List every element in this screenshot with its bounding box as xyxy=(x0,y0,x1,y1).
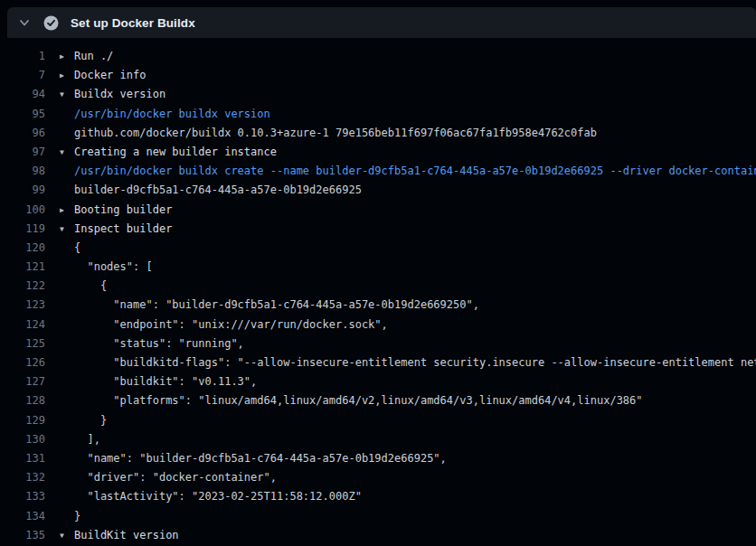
chevron-down-icon[interactable] xyxy=(18,16,31,29)
line-text: "platforms": "linux/amd64,linux/amd64/v2… xyxy=(74,391,756,410)
log-line: 121 "nodes": [ xyxy=(0,258,756,277)
log-line: 125 "status": "running", xyxy=(0,334,756,353)
log-line: 122 { xyxy=(0,277,756,296)
line-text: Creating a new builder instance xyxy=(74,143,756,162)
line-number[interactable]: 123 xyxy=(0,296,45,315)
line-text: "buildkit": "v0.11.3", xyxy=(74,372,756,391)
step-header[interactable]: Set up Docker Buildx xyxy=(7,7,756,38)
line-number[interactable]: 7 xyxy=(0,66,45,85)
line-number[interactable]: 122 xyxy=(0,277,45,296)
line-number[interactable]: 1 xyxy=(0,47,45,66)
group-expand-icon: ▶ xyxy=(60,66,74,85)
line-number[interactable]: 125 xyxy=(0,334,45,353)
line-number[interactable]: 134 xyxy=(0,507,45,526)
log-line: 95 /usr/bin/docker buildx version xyxy=(0,105,756,124)
group-toggle-icon xyxy=(60,487,74,506)
line-number[interactable]: 135 xyxy=(0,526,45,545)
line-text: } xyxy=(74,411,756,430)
group-toggle-icon xyxy=(60,181,74,200)
log-line: 127 "buildkit": "v0.11.3", xyxy=(0,372,756,391)
line-text: /usr/bin/docker buildx version xyxy=(74,105,756,124)
log-line[interactable]: 119 ▼ Inspect builder xyxy=(0,220,756,239)
step-title: Set up Docker Buildx xyxy=(71,16,195,30)
line-text: "status": "running", xyxy=(74,334,756,353)
group-toggle-icon xyxy=(60,239,74,258)
line-number[interactable]: 131 xyxy=(0,449,45,468)
group-toggle-icon xyxy=(60,449,74,468)
line-text: "name": "builder-d9cfb5a1-c764-445a-a57e… xyxy=(74,296,756,315)
line-number[interactable]: 121 xyxy=(0,258,45,277)
group-collapse-icon: ▼ xyxy=(60,526,74,545)
group-collapse-icon: ▼ xyxy=(60,220,74,239)
line-text: { xyxy=(74,277,756,296)
group-toggle-icon xyxy=(60,277,74,296)
log-container[interactable]: 1 ▶ Run ./ 7 ▶ Docker info 94 ▼ Buildx v… xyxy=(0,38,756,546)
line-number[interactable]: 96 xyxy=(0,124,45,143)
line-text: "endpoint": "unix:///var/run/docker.sock… xyxy=(74,315,756,334)
line-number[interactable]: 129 xyxy=(0,411,45,430)
log-line: 129 } xyxy=(0,411,756,430)
group-toggle-icon xyxy=(60,372,74,391)
line-number[interactable]: 130 xyxy=(0,430,45,449)
line-number[interactable]: 124 xyxy=(0,315,45,334)
group-toggle-icon xyxy=(60,124,74,143)
line-text: { xyxy=(74,239,756,258)
group-toggle-icon xyxy=(60,296,74,315)
line-number[interactable]: 99 xyxy=(0,181,45,200)
log-line[interactable]: 1 ▶ Run ./ xyxy=(0,47,756,66)
group-expand-icon: ▶ xyxy=(60,201,74,220)
line-number[interactable]: 127 xyxy=(0,372,45,391)
group-toggle-icon xyxy=(60,411,74,430)
line-number[interactable]: 100 xyxy=(0,201,45,220)
log-line: 132 "driver": "docker-container", xyxy=(0,468,756,487)
line-text: "lastActivity": "2023-02-25T11:58:12.000… xyxy=(74,487,756,506)
group-toggle-icon xyxy=(60,507,74,526)
line-text: "buildkitd-flags": "--allow-insecure-ent… xyxy=(74,353,756,372)
line-number[interactable]: 133 xyxy=(0,487,45,506)
line-text: "name": "builder-d9cfb5a1-c764-445a-a57e… xyxy=(74,449,756,468)
line-text: builder-d9cfb5a1-c764-445a-a57e-0b19d2e6… xyxy=(74,181,756,200)
group-toggle-icon xyxy=(60,430,74,449)
group-toggle-icon xyxy=(60,315,74,334)
log-line: 96 github.com/docker/buildx 0.10.3+azure… xyxy=(0,124,756,143)
line-text: "driver": "docker-container", xyxy=(74,468,756,487)
log-line: 124 "endpoint": "unix:///var/run/docker.… xyxy=(0,315,756,334)
log-line: 123 "name": "builder-d9cfb5a1-c764-445a-… xyxy=(0,296,756,315)
line-number[interactable]: 97 xyxy=(0,143,45,162)
log-line: 131 "name": "builder-d9cfb5a1-c764-445a-… xyxy=(0,449,756,468)
line-number[interactable]: 119 xyxy=(0,220,45,239)
group-toggle-icon xyxy=(60,258,74,277)
line-number[interactable]: 94 xyxy=(0,85,45,104)
line-text: github.com/docker/buildx 0.10.3+azure-1 … xyxy=(74,124,756,143)
line-text: ], xyxy=(74,430,756,449)
line-text: } xyxy=(74,507,756,526)
line-text: "nodes": [ xyxy=(74,258,756,277)
log-line: 130 ], xyxy=(0,430,756,449)
log-line: 133 "lastActivity": "2023-02-25T11:58:12… xyxy=(0,487,756,506)
log-line[interactable]: 135 ▼ BuildKit version xyxy=(0,526,756,545)
group-toggle-icon xyxy=(60,353,74,372)
line-number[interactable]: 120 xyxy=(0,239,45,258)
line-text: /usr/bin/docker buildx create --name bui… xyxy=(74,162,756,181)
log-line[interactable]: 100 ▶ Booting builder xyxy=(0,201,756,220)
group-collapse-icon: ▼ xyxy=(60,85,74,104)
line-text: Booting builder xyxy=(74,201,756,220)
line-text: Inspect builder xyxy=(74,220,756,239)
group-toggle-icon xyxy=(60,162,74,181)
line-number[interactable]: 95 xyxy=(0,105,45,124)
line-number[interactable]: 98 xyxy=(0,162,45,181)
group-collapse-icon: ▼ xyxy=(60,143,74,162)
line-number[interactable]: 132 xyxy=(0,468,45,487)
log-line[interactable]: 7 ▶ Docker info xyxy=(0,66,756,85)
group-expand-icon: ▶ xyxy=(60,47,74,66)
line-number[interactable]: 126 xyxy=(0,353,45,372)
log-line: 126 "buildkitd-flags": "--allow-insecure… xyxy=(0,353,756,372)
check-circle-icon xyxy=(43,15,59,31)
line-number[interactable]: 128 xyxy=(0,391,45,410)
log-line: 98 /usr/bin/docker buildx create --name … xyxy=(0,162,756,181)
group-toggle-icon xyxy=(60,334,74,353)
log-line[interactable]: 94 ▼ Buildx version xyxy=(0,85,756,104)
line-text: BuildKit version xyxy=(74,526,756,545)
log-line[interactable]: 97 ▼ Creating a new builder instance xyxy=(0,143,756,162)
log-line: 128 "platforms": "linux/amd64,linux/amd6… xyxy=(0,391,756,410)
